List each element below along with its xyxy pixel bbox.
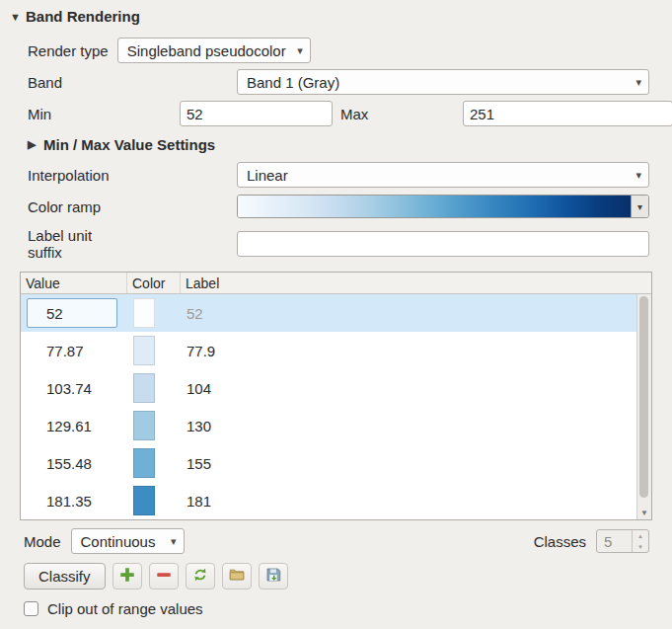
band-value: Band 1 (Gray) xyxy=(247,74,630,91)
row-label[interactable]: 181 xyxy=(181,493,637,510)
chevron-down-icon: ▾ xyxy=(171,535,177,548)
table-row[interactable]: 77.87 77.9 xyxy=(21,332,637,369)
color-swatch[interactable] xyxy=(133,448,155,478)
render-type-select[interactable]: Singleband pseudocolor ▾ xyxy=(117,38,311,63)
render-type-value: Singleband pseudocolor xyxy=(127,42,291,59)
interpolation-label: Interpolation xyxy=(28,167,237,184)
color-swatch[interactable] xyxy=(133,411,155,440)
chevron-down-icon: ▾ xyxy=(637,201,642,212)
color-swatch[interactable] xyxy=(133,373,155,403)
minmax-settings-title: Min / Max Value Settings xyxy=(43,136,215,153)
section-title: Band Rendering xyxy=(26,8,140,25)
classes-label: Classes xyxy=(534,533,586,550)
expander-collapsed-icon[interactable]: ▶ xyxy=(28,138,43,151)
chevron-down-icon: ▾ xyxy=(297,44,303,57)
table-row[interactable]: 103.74 104 xyxy=(21,369,637,407)
band-select[interactable]: Band 1 (Gray) ▾ xyxy=(237,69,649,95)
max-input[interactable] xyxy=(463,101,672,126)
value-editor-input[interactable] xyxy=(27,298,117,328)
label-unit-suffix-label: Label unit suffix xyxy=(28,227,237,262)
plus-icon xyxy=(118,566,136,587)
color-ramp-gradient[interactable] xyxy=(238,196,631,217)
table-row[interactable]: 52 xyxy=(21,294,637,332)
row-value[interactable]: 155.48 xyxy=(21,455,127,472)
row-label[interactable]: 155 xyxy=(181,455,637,472)
vertical-scrollbar[interactable]: ▼ xyxy=(636,294,651,519)
add-entry-button[interactable] xyxy=(112,563,142,590)
expander-open-icon[interactable]: ▼ xyxy=(10,11,26,23)
chevron-down-icon: ▾ xyxy=(635,76,641,89)
interpolation-value: Linear xyxy=(247,167,630,184)
minmax-settings-header[interactable]: ▶ Min / Max Value Settings xyxy=(28,136,649,153)
row-label[interactable]: 52 xyxy=(181,305,637,322)
color-ramp-button[interactable]: ▾ xyxy=(237,195,649,218)
remove-entry-button[interactable] xyxy=(149,563,179,590)
clip-checkbox[interactable] xyxy=(24,601,38,616)
clip-checkbox-label: Clip out of range values xyxy=(47,600,203,617)
row-label[interactable]: 130 xyxy=(181,418,637,434)
band-rendering-panel: ▼ Band Rendering Render type Singleband … xyxy=(0,0,672,629)
classes-input xyxy=(597,530,632,552)
interpolation-select[interactable]: Linear ▾ xyxy=(237,162,649,188)
color-swatch[interactable] xyxy=(133,298,155,328)
load-color-map-button[interactable] xyxy=(222,563,252,590)
row-value[interactable]: 103.74 xyxy=(21,380,127,397)
clip-out-of-range-row[interactable]: Clip out of range values xyxy=(24,600,672,617)
mode-select[interactable]: Continuous ▾ xyxy=(71,528,185,554)
color-ramp-dropdown-arrow[interactable]: ▾ xyxy=(631,196,648,217)
min-input[interactable] xyxy=(180,101,333,126)
color-swatch[interactable] xyxy=(133,486,155,515)
table-row[interactable]: 181.35 181 xyxy=(21,482,637,519)
row-label[interactable]: 77.9 xyxy=(181,343,637,359)
save-disk-icon xyxy=(264,566,282,587)
save-color-map-button[interactable] xyxy=(259,563,288,590)
spin-down-icon: ▼ xyxy=(633,541,648,552)
mode-value: Continuous xyxy=(81,533,165,550)
scrollbar-down-arrow-icon[interactable]: ▼ xyxy=(637,509,651,517)
column-header-label[interactable]: Label xyxy=(181,273,651,293)
color-ramp-label: Color ramp xyxy=(28,198,237,215)
row-label[interactable]: 104 xyxy=(181,380,637,397)
column-header-value[interactable]: Value xyxy=(21,273,127,293)
max-label: Max xyxy=(340,106,463,122)
table-body: 52 77.87 77.9 103.74 104 129.61 130 155.… xyxy=(21,294,637,519)
classify-button[interactable]: Classify xyxy=(24,563,106,590)
scrollbar-thumb[interactable] xyxy=(639,296,648,498)
color-swatch[interactable] xyxy=(133,336,155,365)
minus-icon xyxy=(155,566,173,587)
band-rendering-header[interactable]: ▼ Band Rendering xyxy=(0,8,672,25)
table-header: Value Color Label xyxy=(21,273,651,294)
column-header-color[interactable]: Color xyxy=(127,273,181,293)
folder-icon xyxy=(228,566,246,587)
table-row[interactable]: 129.61 130 xyxy=(21,407,637,444)
band-label: Band xyxy=(28,74,237,91)
row-value[interactable]: 181.35 xyxy=(21,493,127,510)
color-map-table: Value Color Label 52 77.87 77.9 103.74 1… xyxy=(20,272,652,520)
classes-spinner: ▲ ▼ xyxy=(596,529,649,553)
label-unit-suffix-input[interactable] xyxy=(237,231,649,257)
table-row[interactable]: 155.48 155 xyxy=(21,444,637,482)
refresh-arrows-icon xyxy=(191,566,209,587)
sort-refresh-button[interactable] xyxy=(186,563,215,590)
mode-label: Mode xyxy=(24,533,61,550)
min-label: Min xyxy=(28,106,180,122)
render-type-label: Render type xyxy=(28,42,109,59)
row-value[interactable]: 77.87 xyxy=(21,343,127,359)
chevron-down-icon: ▾ xyxy=(635,169,641,182)
spin-up-icon: ▲ xyxy=(633,530,648,541)
row-value[interactable]: 129.61 xyxy=(21,418,127,434)
